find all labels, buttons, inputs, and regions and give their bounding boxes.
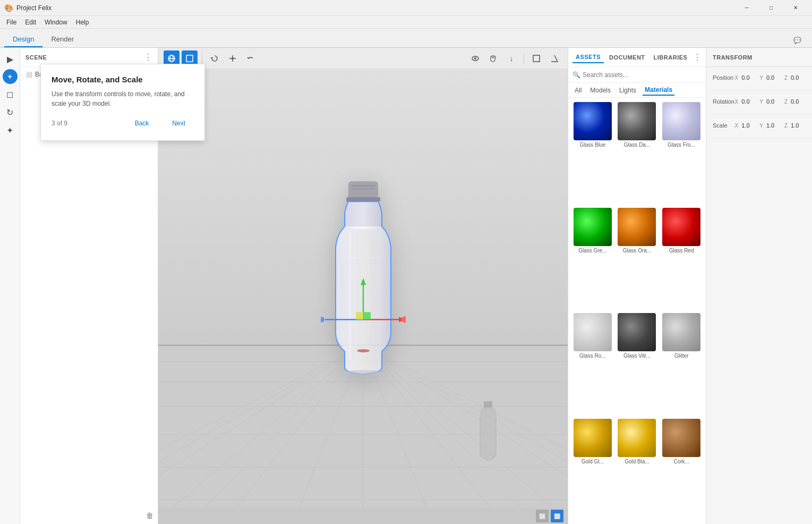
asset-thumb-gold1 — [574, 419, 612, 457]
svg-rect-9 — [533, 55, 540, 62]
search-bar: 🔍 — [568, 67, 706, 83]
scale-x-value[interactable]: 1.0 — [741, 122, 756, 129]
bottle-shadow — [355, 347, 371, 354]
asset-label-glass-green: Glass Gre... — [574, 248, 612, 253]
viewport-3d[interactable]: ⬜ ⬜ — [158, 69, 568, 524]
asset-glass-green[interactable]: Glass Gre... — [572, 208, 613, 309]
svg-rect-47 — [356, 312, 363, 319]
tab-render[interactable]: Render — [42, 32, 82, 47]
asset-label-glitter: Glitter — [662, 353, 700, 359]
rotation-y-value[interactable]: 0.0 — [766, 98, 781, 105]
filter-lights[interactable]: Lights — [617, 86, 638, 95]
search-input[interactable] — [583, 71, 702, 79]
vp-separator-2 — [524, 53, 524, 64]
asset-gold1[interactable]: Gold Gl... — [572, 419, 613, 520]
scale-y-value[interactable]: 1.0 — [766, 122, 781, 129]
asset-thumb-glass-rose — [574, 313, 612, 351]
vp-tool-box2[interactable] — [528, 50, 544, 66]
filter-materials[interactable]: Materials — [643, 85, 674, 96]
asset-thumb-cork — [662, 419, 700, 457]
position-z-value[interactable]: 0.0 — [791, 74, 806, 81]
viewport-mode-button[interactable]: ⬜ — [536, 510, 549, 522]
vp-separator-1 — [202, 53, 202, 64]
tool-box[interactable]: ◻ — [2, 86, 18, 102]
svg-rect-48 — [363, 312, 371, 319]
svg-rect-36 — [352, 185, 375, 187]
filter-models[interactable]: Models — [588, 86, 613, 95]
vp-tool-pan[interactable] — [225, 50, 241, 66]
asset-glass-orange[interactable]: Glass Ora... — [617, 208, 657, 309]
asset-thumb-glass-red — [662, 208, 700, 246]
tooltip-description: Use the transform controls to move, rota… — [52, 89, 194, 108]
back-button[interactable]: Back — [126, 117, 158, 130]
asset-glass-dark[interactable]: Glass Da... — [617, 102, 657, 204]
position-label: Position — [713, 74, 735, 81]
main-layout: ▶ + ◻ ↻ ✦ SCENE ⋮ ⬜ Background Move, Rot… — [0, 48, 812, 524]
vp-tool-triangle[interactable] — [546, 50, 562, 66]
viewport-bottom-controls: ⬜ ⬜ — [158, 508, 568, 524]
asset-label-gold1: Gold Gl... — [574, 459, 612, 464]
asset-gold2[interactable]: Gold Bla... — [617, 419, 657, 520]
rotation-z-value[interactable]: 0.0 — [791, 98, 806, 105]
tool-transform[interactable]: + — [3, 69, 18, 84]
vp-tool-rotate[interactable] — [207, 50, 223, 66]
tool-rotate[interactable]: ↻ — [2, 104, 18, 120]
position-y-value[interactable]: 0.0 — [766, 74, 781, 81]
menu-file[interactable]: File — [2, 18, 21, 27]
maximize-button[interactable]: □ — [759, 0, 783, 16]
scale-y-axis: Y — [759, 123, 763, 129]
position-section: Position X 0.0 Y 0.0 Z 0.0 — [706, 67, 812, 91]
svg-point-39 — [345, 370, 382, 375]
next-button[interactable]: Next — [164, 117, 194, 130]
scene-menu-button[interactable]: ⋮ — [144, 52, 152, 62]
vp-tool-eye[interactable] — [467, 50, 483, 66]
rotation-x-value[interactable]: 0.0 — [741, 98, 756, 105]
position-y-axis: Y — [759, 75, 763, 81]
vp-tool-undo[interactable] — [243, 50, 259, 66]
asset-glitter[interactable]: Glitter — [661, 313, 702, 415]
assets-tab-document[interactable]: DOCUMENT — [606, 52, 648, 63]
svg-point-46 — [401, 316, 406, 323]
assets-menu-button[interactable]: ⋮ — [693, 52, 702, 62]
tool-select[interactable]: ▶ — [2, 51, 18, 67]
asset-glass-blue[interactable]: Glass Blue — [572, 102, 613, 204]
position-x-value[interactable]: 0.0 — [741, 74, 756, 81]
close-button[interactable]: ✕ — [783, 0, 808, 16]
tool-magic[interactable]: ✦ — [2, 122, 18, 138]
assets-tab-assets[interactable]: ASSETS — [572, 52, 604, 63]
asset-cork[interactable]: Cork... — [661, 419, 702, 520]
asset-glass-frost[interactable]: Glass Fro... — [661, 102, 702, 204]
app-title: Project Felix — [16, 4, 734, 12]
bottle-3d-model[interactable] — [315, 179, 411, 393]
svg-rect-3 — [186, 55, 193, 62]
scale-z-value[interactable]: 1.0 — [791, 122, 806, 129]
asset-label-gold2: Gold Bla... — [618, 459, 656, 464]
minimize-button[interactable]: ─ — [734, 0, 759, 16]
transform-panel: TRANSFORM Position X 0.0 Y 0.0 Z 0.0 Rot… — [706, 48, 812, 524]
menu-help[interactable]: Help — [72, 18, 93, 27]
asset-glass-red[interactable]: Glass Red — [661, 208, 702, 309]
tab-design[interactable]: Design — [4, 32, 42, 47]
filter-all[interactable]: All — [572, 86, 584, 95]
transform-header: TRANSFORM — [706, 48, 812, 67]
asset-label-glass-red: Glass Red — [662, 248, 700, 253]
asset-thumb-glass-blue — [574, 102, 612, 140]
vp-tool-hand[interactable] — [485, 50, 501, 66]
asset-label-cork: Cork... — [662, 459, 700, 464]
scene-panel: SCENE ⋮ ⬜ Background Move, Rotate, and S… — [20, 48, 158, 524]
viewport-view-button[interactable]: ⬜ — [551, 510, 563, 522]
position-row: Position X 0.0 Y 0.0 Z 0.0 — [713, 71, 806, 84]
tabbar: Design Render 💬 — [0, 29, 812, 48]
assets-tab-libraries[interactable]: LIBRARIES — [651, 52, 691, 63]
menu-window[interactable]: Window — [40, 18, 72, 27]
assets-header: ASSETS DOCUMENT LIBRARIES ⋮ — [568, 48, 706, 67]
vp-tool-down[interactable]: ↓ — [503, 50, 519, 66]
menu-edit[interactable]: Edit — [21, 18, 40, 27]
delete-scene-item-button[interactable]: 🗑 — [146, 511, 153, 520]
chat-icon[interactable]: 💬 — [787, 33, 808, 47]
asset-glass-vitr[interactable]: Glass Vitr... — [617, 313, 657, 415]
tooltip-footer: 3 of 9 Back Next — [52, 117, 194, 130]
asset-glass-rose[interactable]: Glass Ro... — [572, 313, 613, 415]
tooltip-progress: 3 of 9 — [52, 120, 67, 127]
left-toolbar: ▶ + ◻ ↻ ✦ — [0, 48, 20, 524]
